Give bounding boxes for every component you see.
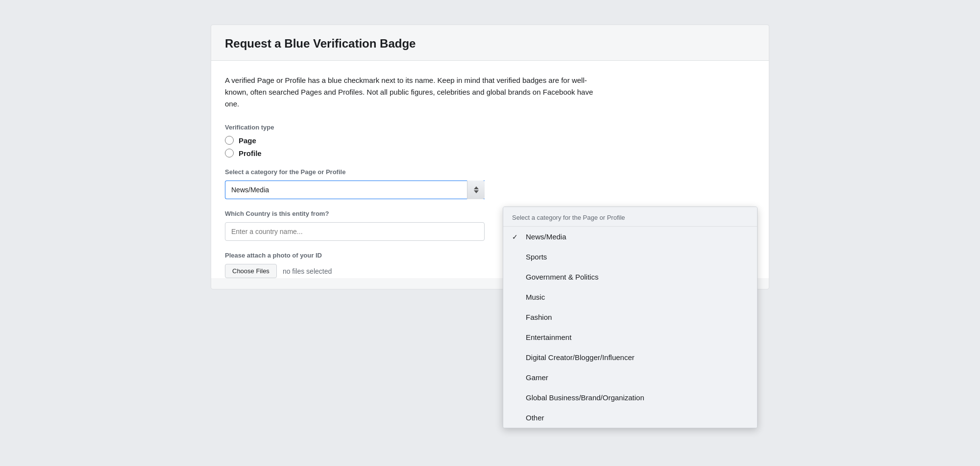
radio-profile-input[interactable]: [225, 149, 234, 157]
dropdown-item-label: Music: [526, 293, 748, 301]
dropdown-item[interactable]: Sports: [503, 247, 757, 267]
radio-page-label[interactable]: Page: [239, 136, 256, 145]
dropdown-item[interactable]: ✓News/Media: [503, 227, 757, 247]
dropdown-item[interactable]: Entertainment: [503, 327, 757, 347]
main-card: Request a Blue Verification Badge A veri…: [211, 25, 769, 289]
select-dropdown-button[interactable]: [467, 181, 485, 199]
no-files-text: no files selected: [283, 267, 332, 275]
dropdown-header: Select a category for the Page or Profil…: [503, 207, 757, 227]
dropdown-item[interactable]: Other: [503, 408, 757, 428]
arrow-up-icon: [474, 186, 479, 189]
dropdown-item-label: Sports: [526, 253, 748, 261]
choose-files-button[interactable]: Choose Files: [225, 264, 277, 278]
dropdown-item[interactable]: Gamer: [503, 367, 757, 388]
radio-page-item[interactable]: Page: [225, 136, 755, 145]
dropdown-item-label: Digital Creator/Blogger/Influencer: [526, 353, 748, 362]
dropdown-item[interactable]: Digital Creator/Blogger/Influencer: [503, 347, 757, 367]
dropdown-item[interactable]: Government & Politics: [503, 267, 757, 287]
verification-type-group: Verification type Page Profile: [225, 124, 755, 157]
dropdown-item-label: Fashion: [526, 313, 748, 321]
category-dropdown: Select a category for the Page or Profil…: [503, 207, 758, 428]
select-field-wrapper: News/Media: [225, 181, 485, 199]
card-header: Request a Blue Verification Badge: [211, 25, 769, 61]
dropdown-item[interactable]: Global Business/Brand/Organization: [503, 388, 757, 408]
dropdown-item[interactable]: Music: [503, 287, 757, 307]
radio-profile-item[interactable]: Profile: [225, 149, 755, 157]
arrow-down-icon: [474, 190, 479, 193]
radio-profile-label[interactable]: Profile: [239, 149, 262, 157]
dropdown-list: ✓News/MediaSportsGovernment & PoliticsMu…: [503, 227, 757, 428]
radio-group: Page Profile: [225, 136, 755, 157]
verification-type-label: Verification type: [225, 124, 755, 131]
dropdown-item-label: Other: [526, 414, 748, 422]
radio-page-input[interactable]: [225, 136, 234, 145]
dropdown-item-label: Entertainment: [526, 333, 748, 341]
dropdown-item-label: Government & Politics: [526, 273, 748, 281]
category-group: Select a category for the Page or Profil…: [225, 168, 755, 199]
checkmark-icon: ✓: [512, 233, 524, 241]
select-field-text[interactable]: News/Media: [225, 181, 485, 199]
page-title: Request a Blue Verification Badge: [225, 37, 755, 51]
dropdown-item[interactable]: Fashion: [503, 307, 757, 327]
category-label: Select a category for the Page or Profil…: [225, 168, 755, 176]
description-text: A verified Page or Profile has a blue ch…: [225, 75, 597, 110]
country-input[interactable]: [225, 222, 485, 241]
dropdown-item-label: Global Business/Brand/Organization: [526, 393, 748, 402]
dropdown-item-label: Gamer: [526, 373, 748, 382]
dropdown-item-label: News/Media: [526, 233, 748, 241]
